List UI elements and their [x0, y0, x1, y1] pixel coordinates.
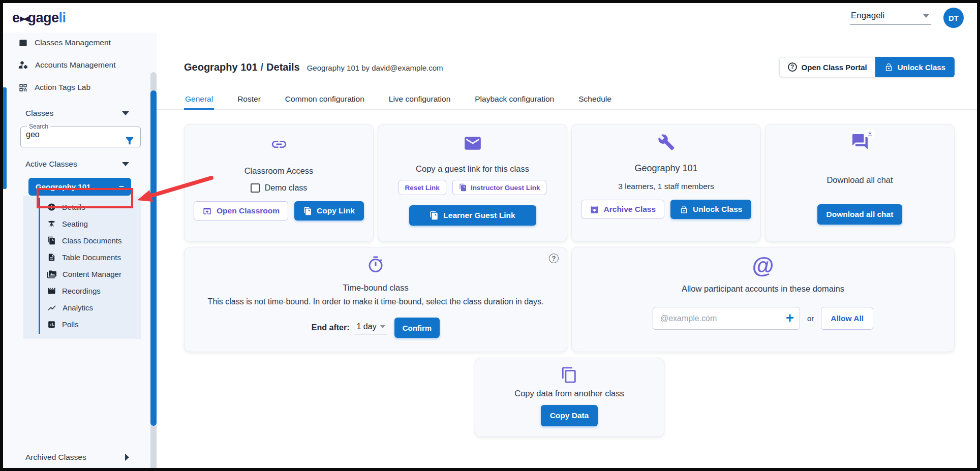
time-bound-card: ? Time-bound class This class is not tim… [184, 247, 567, 352]
seating-icon [47, 219, 56, 228]
sidebar-item-label: Content Manager [63, 270, 121, 278]
logo-text: e [12, 10, 20, 26]
organization-select[interactable]: Engageli [850, 11, 931, 25]
archive-class-button[interactable]: Archive Class [581, 200, 665, 219]
time-bound-controls: End after: 1 day Confirm [312, 318, 440, 338]
search-field-label: Search [27, 123, 50, 130]
search-input[interactable] [26, 130, 107, 139]
breadcrumb-class-name[interactable]: Geography 101 [184, 61, 258, 73]
cards-row-2: ? Time-bound class This class is not tim… [184, 247, 955, 352]
open-classroom-button[interactable]: Open Classroom [194, 201, 288, 221]
help-icon[interactable]: ? [549, 254, 559, 263]
download-badge-icon [865, 128, 875, 138]
classroom-access-actions: Open Classroom Copy Link [194, 201, 364, 221]
classes-section-header[interactable]: Classes [3, 105, 157, 122]
demo-class-checkbox[interactable] [251, 183, 260, 193]
duration-select[interactable]: 1 day [355, 321, 387, 334]
class-node-label: Geography 101 [36, 182, 90, 191]
download-all-chat-button[interactable]: Download all chat [817, 204, 903, 225]
domain-input[interactable] [653, 307, 800, 330]
class-info-actions: Archive Class Unlock Class [581, 200, 752, 219]
active-classes-label: Active Classes [25, 160, 77, 169]
open-class-portal-label: Open Class Portal [802, 63, 867, 72]
time-bound-description: This class is not time-bound. In order t… [208, 297, 544, 306]
classroom-access-card: Classroom Access Demo class Open Classro… [184, 124, 374, 242]
allowed-domains-card: @ Allow participant accounts in these do… [571, 247, 955, 352]
tab-schedule[interactable]: Schedule [577, 89, 612, 110]
confirm-button[interactable]: Confirm [394, 318, 440, 338]
chevron-down-icon [380, 325, 385, 328]
sidebar-item-class-documents[interactable]: Class Documents [40, 232, 141, 249]
tab-general[interactable]: General [184, 89, 214, 110]
active-classes-header[interactable]: Active Classes [3, 155, 157, 173]
info-icon [47, 203, 56, 211]
sidebar-item-label: Recordings [62, 287, 101, 295]
card-title: Classroom Access [244, 166, 314, 176]
archived-classes-label: Archived Classes [25, 453, 86, 462]
at-sign-icon: @ [752, 255, 774, 277]
collapse-icon[interactable]: − [118, 181, 124, 192]
sidebar-item-polls[interactable]: Polls [40, 316, 141, 333]
allow-all-button[interactable]: Allow All [821, 307, 873, 330]
envelope-icon [463, 134, 482, 153]
open-class-portal-button[interactable]: ? Open Class Portal [779, 57, 875, 77]
card-title: Copy data from another class [514, 389, 624, 398]
learner-guest-link-button[interactable]: Learner Guest Link [409, 205, 536, 226]
avatar[interactable]: DT [943, 8, 964, 28]
chat-download-icon [851, 133, 869, 153]
help-icon: ? [788, 62, 797, 72]
sidebar-item-recordings[interactable]: Recordings [40, 282, 141, 299]
archived-classes-header[interactable]: Archived Classes [3, 449, 157, 466]
sidebar-scrollbar-thumb[interactable] [150, 90, 157, 426]
link-icon [270, 136, 288, 153]
demo-class-checkbox-row[interactable]: Demo class [251, 183, 308, 193]
stopwatch-icon [366, 256, 385, 274]
accounts-management-icon [18, 60, 28, 70]
class-node-geography-101[interactable]: Geography 101 − [28, 178, 131, 196]
archive-class-label: Archive Class [604, 205, 656, 214]
class-info-card: Geography 101 3 learners, 1 staff member… [571, 124, 761, 242]
document-icon [47, 253, 56, 262]
domain-controls: + or Allow All [653, 307, 873, 330]
sidebar-item-table-documents[interactable]: Table Documents [40, 249, 141, 266]
cards-row-1: Classroom Access Demo class Open Classro… [184, 124, 955, 242]
copy-icon [430, 211, 439, 220]
sidebar-item-analytics[interactable]: Analytics [40, 299, 141, 316]
allow-all-label: Allow All [831, 314, 864, 323]
class-name-title: Geography 101 [634, 163, 697, 174]
instructor-guest-link-button[interactable]: Instructor Guest Link [452, 180, 547, 195]
add-domain-button[interactable]: + [786, 310, 794, 326]
sidebar-item-seating[interactable]: Seating [40, 215, 141, 232]
class-owner-subtitle: Geography 101 by david@example.com [307, 64, 443, 72]
unlock-class-button-header[interactable]: Unlock Class [875, 57, 955, 77]
copy-link-button[interactable]: Copy Link [294, 201, 364, 221]
tab-live-configuration[interactable]: Live configuration [388, 89, 452, 110]
card-title: Copy a guest link for this class [416, 164, 529, 174]
line-chart-icon [47, 303, 56, 312]
card-title: Download all chat [826, 175, 893, 185]
film-icon [47, 287, 56, 295]
tab-playback-configuration[interactable]: Playback configuration [474, 89, 555, 110]
tab-roster[interactable]: Roster [236, 89, 262, 110]
copy-data-button[interactable]: Copy Data [541, 405, 598, 426]
open-in-browser-icon [202, 206, 212, 216]
classes-section-indicator [3, 87, 7, 189]
sidebar-item-label: Accounts Management [35, 60, 116, 70]
filter-icon[interactable] [124, 135, 135, 146]
reset-link-button[interactable]: Reset Link [399, 180, 446, 195]
header-actions: ? Open Class Portal Unlock Class [779, 57, 955, 77]
sidebar-item-accounts-management[interactable]: Accounts Management [3, 55, 157, 75]
sidebar-item-details[interactable]: Details [40, 199, 141, 215]
sidebar-item-content-manager[interactable]: Content Manager [40, 266, 141, 282]
lock-open-icon [884, 63, 893, 72]
sidebar-item-action-tags-lab[interactable]: Action Tags Lab [3, 77, 157, 98]
domain-input-wrap: + [653, 307, 800, 330]
sidebar-item-label: Action Tags Lab [35, 83, 90, 92]
tab-common-configuration[interactable]: Common configuration [284, 89, 365, 110]
learner-guest-link-label: Learner Guest Link [443, 211, 515, 220]
chevron-down-icon [923, 14, 929, 18]
main-header: Geography 101/Details Geography 101 by d… [184, 55, 955, 79]
guest-link-card: Copy a guest link for this class Reset L… [378, 124, 567, 242]
unlock-class-button-card[interactable]: Unlock Class [670, 200, 751, 219]
sidebar-item-classes-management[interactable]: Classes Management [3, 33, 157, 53]
